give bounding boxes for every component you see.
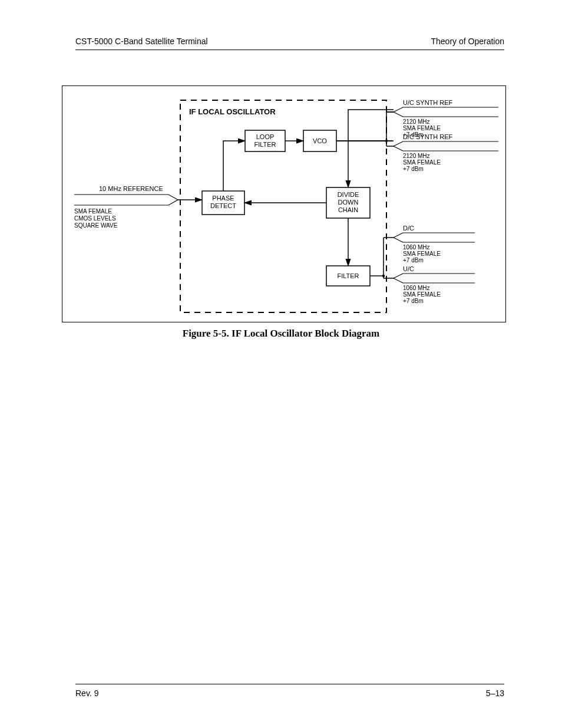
svg-point-24: [385, 140, 388, 142]
diagram-title: IF LOCAL OSCILLATOR: [189, 107, 276, 116]
out-uc-d2: SMA FEMALE: [403, 291, 441, 298]
loop-filter-l2: FILTER: [254, 141, 276, 148]
page-footer: Rev. 9 5–13: [75, 689, 504, 698]
out-dc-d2: SMA FEMALE: [403, 251, 441, 257]
vco-label: VCO: [313, 137, 327, 144]
out-uc-d1: 1060 MHz: [403, 285, 430, 291]
out-dc-synth-d2: SMA FEMALE: [403, 159, 441, 166]
loop-filter-l1: LOOP: [256, 133, 275, 140]
ddc-l2: DOWN: [338, 199, 359, 206]
out-uc-synth-label: U/C SYNTH REF: [403, 99, 453, 106]
out-uc-label: U/C: [403, 265, 414, 272]
footer-rule: [75, 684, 504, 684]
input-d1: SMA FEMALE: [74, 208, 112, 215]
out-dc-synth-d3: +7 dBm: [403, 166, 424, 172]
header-right: Theory of Operation: [431, 37, 504, 46]
header-left: CST-5000 C-Band Satellite Terminal: [75, 37, 208, 46]
filter-label: FILTER: [337, 272, 359, 279]
ddc-l3: CHAIN: [338, 206, 358, 213]
input-d3: SQUARE WAVE: [74, 222, 118, 229]
page-header: CST-5000 C-Band Satellite Terminal Theor…: [75, 37, 504, 46]
out-uc-d3: +7 dBm: [403, 298, 424, 304]
out-dc-d1: 1060 MHz: [403, 244, 430, 251]
out-dc-d3: +7 dBm: [403, 257, 424, 263]
block-diagram-svg: IF LOCAL OSCILLATOR LOOP FILTER VCO PHAS…: [62, 86, 505, 322]
out-dc-label: D/C: [403, 225, 414, 232]
figure-frame: IF LOCAL OSCILLATOR LOOP FILTER VCO PHAS…: [62, 85, 506, 322]
footer-left: Rev. 9: [75, 689, 98, 698]
figure-caption: Figure 5-5. IF Local Oscillator Block Di…: [0, 328, 562, 340]
ddc-l1: DIVIDE: [338, 191, 359, 198]
phase-detect-l1: PHASE: [212, 195, 234, 202]
out-dc-synth-label: D/C SYNTH REF: [403, 133, 453, 140]
input-d2: CMOS LEVELS: [74, 215, 116, 222]
header-rule: [75, 50, 504, 50]
out-uc-synth-d1: 2120 MHz: [403, 118, 430, 125]
page: CST-5000 C-Band Satellite Terminal Theor…: [0, 0, 562, 728]
out-uc-synth-d2: SMA FEMALE: [403, 125, 441, 131]
input-label: 10 MHz REFERENCE: [99, 185, 163, 192]
out-dc-synth-d1: 2120 MHz: [403, 153, 430, 159]
svg-point-31: [382, 275, 385, 277]
phase-detect-l2: DETECT: [210, 202, 236, 209]
footer-right: 5–13: [486, 689, 504, 698]
